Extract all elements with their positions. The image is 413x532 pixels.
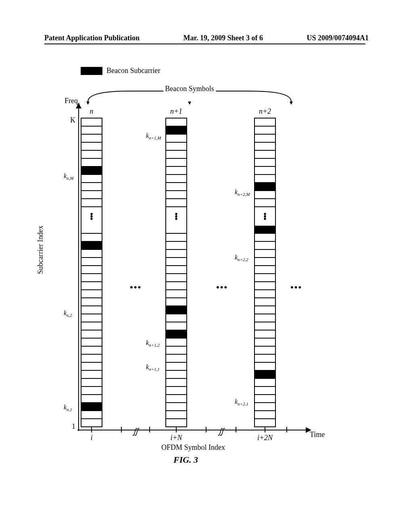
- grid-cell: [255, 339, 275, 347]
- grid-cell: [81, 395, 102, 403]
- column-n-upper: [81, 118, 102, 207]
- beacon-cell: [255, 226, 275, 234]
- grid-cell: [81, 159, 102, 167]
- grid-cell: [166, 159, 186, 167]
- beacon-brace: Beacon Symbols: [77, 87, 302, 106]
- page-header: Patent Application Publication Mar. 19, …: [0, 34, 413, 42]
- grid-cell: [255, 127, 275, 135]
- grid-cell: [255, 347, 275, 355]
- grid-cell: [166, 258, 186, 266]
- grid-cell: [166, 167, 186, 175]
- x-tick-label-i2N: i+2N: [257, 434, 273, 442]
- grid-cell: [166, 363, 186, 371]
- grid-cell: [166, 282, 186, 290]
- vdots-icon: •••: [81, 207, 102, 226]
- y-tick-K: K: [70, 116, 75, 125]
- grid-cell: [166, 411, 186, 419]
- grid-cell: [255, 143, 275, 151]
- grid-cell: [81, 135, 102, 143]
- grid-cell: [166, 339, 186, 347]
- hdots-icon: •••: [216, 282, 228, 293]
- x-tick: [286, 427, 287, 432]
- grid-cell: [255, 242, 275, 250]
- axis-break-icon: ∬: [218, 426, 224, 436]
- x-tick: [149, 427, 150, 432]
- x-tick: [236, 427, 236, 432]
- vdots-icon: •••: [166, 207, 186, 226]
- grid-cell: [255, 419, 275, 427]
- grid-cell: [255, 363, 275, 371]
- grid-cell: [81, 290, 102, 298]
- column-n-lower: [81, 226, 102, 427]
- figure-caption: FIG. 3: [173, 455, 198, 465]
- grid-cell: [166, 175, 186, 183]
- x-tick-i2N: [265, 427, 265, 432]
- grid-cell: [166, 387, 186, 395]
- vdots-icon: •••: [255, 207, 275, 226]
- k-label: kn,1: [64, 404, 72, 412]
- x-tick-label-i: i: [90, 434, 92, 442]
- grid-cell: [255, 282, 275, 290]
- legend: Beacon Subcarrier: [81, 66, 160, 75]
- grid-cell: [81, 411, 102, 419]
- col-label-n: n: [81, 107, 102, 116]
- column-n1-upper: [166, 118, 186, 207]
- grid-cell: [81, 379, 102, 387]
- grid-cell: [255, 411, 275, 419]
- grid-cell: [255, 135, 275, 143]
- grid-cell: [255, 395, 275, 403]
- x-tick-i: [91, 427, 92, 432]
- grid-cell: [81, 282, 102, 290]
- grid-cell: [255, 250, 275, 258]
- brace-label: Beacon Symbols: [163, 85, 216, 93]
- grid-cell: [81, 143, 102, 151]
- legend-label: Beacon Subcarrier: [106, 66, 160, 75]
- grid-cell: [81, 226, 102, 234]
- grid-cell: [166, 355, 186, 363]
- hdots-icon: •••: [130, 282, 142, 293]
- grid-cell: [166, 274, 186, 282]
- grid-cell: [81, 175, 102, 183]
- grid-cell: [255, 151, 275, 159]
- x-tick-iN: [176, 427, 177, 432]
- grid-cell: [81, 339, 102, 347]
- y-axis: [78, 103, 79, 431]
- beacon-cell: [166, 330, 186, 339]
- grid-cell: [81, 371, 102, 379]
- grid-cell: [81, 274, 102, 282]
- k-label: kn+2,2: [235, 254, 248, 262]
- grid-cell: [255, 306, 275, 314]
- grid-cell: [166, 347, 186, 355]
- grid-cell: [255, 298, 275, 306]
- hdots-icon: •••: [290, 282, 302, 293]
- k-label: kn+1,1: [146, 364, 160, 372]
- grid-cell: [81, 387, 102, 395]
- grid-cell: [81, 314, 102, 322]
- grid-cell: [255, 159, 275, 167]
- grid-cell: [255, 266, 275, 274]
- grid-cell: [81, 306, 102, 314]
- beacon-cell: [81, 167, 102, 175]
- col-label-n2: n+2: [254, 107, 276, 116]
- grid-cell: [81, 127, 102, 135]
- x-axis: [77, 430, 307, 430]
- grid-cell: [166, 250, 186, 258]
- grid-cell: [81, 118, 102, 127]
- col-label-n1: n+1: [165, 107, 187, 116]
- grid-cell: [166, 143, 186, 151]
- legend-swatch: [81, 67, 102, 75]
- grid-cell: [255, 191, 275, 199]
- grid-cell: [81, 330, 102, 339]
- grid-cell: [166, 419, 186, 427]
- column-n: •••: [81, 118, 102, 427]
- grid-cell: [166, 234, 186, 242]
- grid-cell: [255, 199, 275, 207]
- header-right: US 2009/0074094A1: [307, 34, 369, 42]
- header-mid: Mar. 19, 2009 Sheet 3 of 6: [184, 34, 263, 42]
- grid-cell: [81, 191, 102, 199]
- grid-cell: [166, 403, 186, 411]
- k-label: kn+2,M: [235, 189, 250, 197]
- grid-cell: [166, 199, 186, 207]
- grid-cell: [166, 183, 186, 191]
- grid-cell: [255, 258, 275, 266]
